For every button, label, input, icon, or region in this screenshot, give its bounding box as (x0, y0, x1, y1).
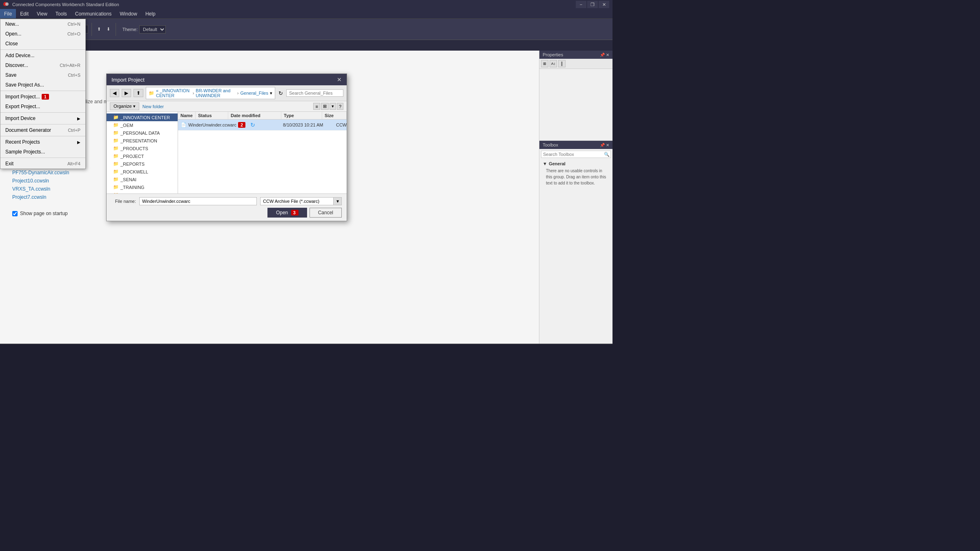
toolbox-pin-icon[interactable]: 📌 (600, 143, 605, 147)
props-col-btn[interactable]: ║ (558, 60, 566, 67)
file-menu-discover-shortcut: Ctrl+Alt+R (60, 63, 80, 68)
tree-item-9[interactable]: 📁 _TRAINING (107, 183, 178, 191)
view-details-btn[interactable]: ≡ (313, 103, 320, 110)
menu-item-view[interactable]: View (33, 9, 51, 18)
file-name-0: 📄 WinderUnwinder.ccwarc 2 (178, 121, 248, 129)
tree-folder-icon-10: 📁 (113, 192, 119, 193)
path-dropdown-btn[interactable]: ▾ (270, 91, 272, 96)
props-sort-btn[interactable]: A↕ (550, 60, 557, 67)
tree-item-10[interactable]: 📁 _VIDEOS (107, 191, 178, 193)
toolbox-close-icon[interactable]: ✕ (606, 143, 609, 147)
col-name[interactable]: Name (178, 112, 196, 119)
footer-type-dropdown-btn[interactable]: ▾ (334, 197, 342, 205)
file-menu-sep2 (0, 91, 85, 91)
file-menu-sep1 (0, 49, 85, 50)
toolbar-btn-extra2[interactable]: ⬇ (105, 25, 112, 33)
file-menu-new[interactable]: New... Ctrl+N (0, 19, 85, 29)
dialog-close-btn[interactable]: ✕ (337, 76, 342, 83)
file-menu-save[interactable]: Save Ctrl+S (0, 70, 85, 80)
menu-item-tools[interactable]: Tools (51, 9, 71, 18)
file-menu-recent-projects[interactable]: Recent Projects ▶ (0, 137, 85, 147)
col-status[interactable]: Status (196, 112, 228, 119)
file-menu-close[interactable]: Close (0, 39, 85, 49)
toolbox-expand-icon[interactable]: ▼ (543, 161, 547, 166)
show-on-startup-checkbox[interactable] (12, 211, 18, 216)
toolbox-search-input[interactable] (541, 151, 611, 158)
minimize-button[interactable]: − (576, 1, 586, 8)
col-size[interactable]: Size (322, 112, 347, 119)
import-project-badge: 1 (42, 94, 49, 100)
file-menu-new-shortcut: Ctrl+N (68, 22, 80, 27)
footer-filename-input[interactable] (139, 197, 257, 205)
tree-item-4[interactable]: 📁 _PRODUCTS (107, 144, 178, 152)
file-menu-save-as-label: Save Project As... (5, 82, 44, 88)
properties-content (539, 69, 612, 140)
menu-item-communications[interactable]: Communications (71, 9, 116, 18)
dialog-organize-btn[interactable]: Organize ▾ (110, 102, 139, 110)
tree-item-6[interactable]: 📁 _REPORTS (107, 160, 178, 168)
file-menu-exit[interactable]: Exit Alt+F4 (0, 159, 85, 169)
file-date-0: 8/10/2023 10:21 AM (281, 121, 334, 129)
pin-icon[interactable]: 📌 (600, 53, 605, 57)
file-menu-import-device[interactable]: Import Device ▶ (0, 113, 85, 123)
tree-item-7[interactable]: 📁 _ROCKWELL (107, 168, 178, 176)
restore-button[interactable]: ❐ (587, 1, 598, 8)
menu-item-edit[interactable]: Edit (16, 9, 33, 18)
tree-item-2[interactable]: 📁 _PERSONAL DATA (107, 129, 178, 137)
view-grid-btn[interactable]: ⊞ (321, 103, 329, 110)
file-menu-open[interactable]: Open... Ctrl+O (0, 29, 85, 39)
view-dropdown-btn[interactable]: ▾ (330, 103, 336, 110)
close-panel-icon[interactable]: ✕ (606, 53, 609, 57)
col-date[interactable]: Date modified (228, 112, 281, 119)
help-btn[interactable]: ? (337, 103, 343, 110)
toolbox-controls[interactable]: 📌 ✕ (600, 143, 609, 147)
file-menu-import-project-label: Import Project... (5, 94, 40, 100)
dialog-back-btn[interactable]: ◀ (110, 89, 119, 97)
file-menu-doc-gen[interactable]: Document Generator Ctrl+P (0, 125, 85, 135)
col-type[interactable]: Type (281, 112, 322, 119)
file-menu-add-device[interactable]: Add Device... (0, 51, 85, 60)
props-grid-btn[interactable]: ⊞ (541, 60, 548, 67)
dialog-open-btn[interactable]: Open 3 (267, 208, 307, 218)
footer-type-input[interactable] (260, 197, 334, 205)
dialog-secondary-toolbar: Organize ▾ New folder ≡ ⊞ ▾ ? (107, 101, 347, 112)
theme-select[interactable]: Default (139, 25, 166, 33)
file-menu-import-device-label: Import Device (5, 116, 36, 121)
toolbox-section-title: ▼ General (543, 161, 609, 166)
close-button[interactable]: ✕ (599, 1, 609, 8)
menu-item-window[interactable]: Window (116, 9, 141, 18)
path-part-3[interactable]: General_Files (241, 91, 268, 96)
path-part-1[interactable]: « _INNOVATION CENTER (156, 88, 191, 98)
dialog-up-btn[interactable]: ⬆ (134, 89, 143, 97)
toolbar-btn-extra1[interactable]: ⬆ (95, 25, 103, 33)
file-menu-save-as[interactable]: Save Project As... (0, 80, 85, 90)
tree-item-0[interactable]: 📁 _INNOVATION CENTER (107, 113, 178, 121)
dialog-cancel-btn[interactable]: Cancel (310, 208, 342, 218)
theme-label: Theme: (122, 27, 138, 32)
file-row-0[interactable]: 📄 WinderUnwinder.ccwarc 2 ↻ 8/10/2023 10… (178, 120, 347, 131)
dialog-refresh-btn[interactable]: ↻ (278, 89, 284, 97)
window-controls: − ❐ ✕ (576, 1, 609, 8)
tree-item-label-6: _REPORTS (120, 162, 145, 167)
tree-item-5[interactable]: 📁 _PROJECT (107, 152, 178, 160)
file-menu-export-project[interactable]: Export Project... (0, 102, 85, 111)
toolbox-header: Toolbox 📌 ✕ (539, 141, 612, 149)
tree-item-1[interactable]: 📁 _OEM (107, 121, 178, 129)
tree-item-8[interactable]: 📁 _SENAI (107, 176, 178, 183)
menu-item-help[interactable]: Help (141, 9, 160, 18)
file-menu-import-project[interactable]: Import Project... 1 (0, 92, 85, 102)
tree-item-label-3: _PRESENTATION (120, 138, 157, 143)
dialog-search-input[interactable] (286, 89, 343, 97)
tree-folder-icon-6: 📁 (113, 161, 119, 167)
file-badge-0: 2 (238, 122, 245, 128)
tree-item-3[interactable]: 📁 _PRESENTATION (107, 137, 178, 144)
path-part-2[interactable]: BR-WINDER and UNWINDER (196, 88, 236, 98)
file-menu-discover[interactable]: Discover... Ctrl+Alt+R (0, 60, 85, 70)
menu-item-file[interactable]: File (0, 9, 16, 18)
dialog-new-folder-btn[interactable]: New folder (143, 104, 164, 109)
properties-controls[interactable]: 📌 ✕ (600, 53, 609, 57)
file-menu-doc-gen-label: Document Generator (5, 127, 51, 133)
file-menu-sample-projects[interactable]: Sample Projects... (0, 147, 85, 157)
dialog-forward-btn[interactable]: ▶ (122, 89, 131, 97)
file-menu-open-shortcut: Ctrl+O (67, 31, 80, 36)
